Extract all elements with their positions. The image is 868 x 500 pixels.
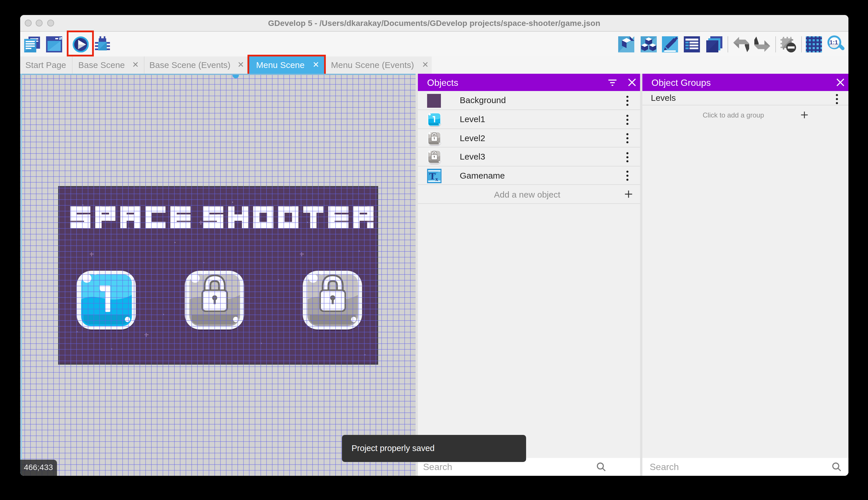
svg-text:1:1: 1:1 (830, 39, 838, 46)
svg-text:x: x (435, 175, 438, 182)
svg-text:T: T (429, 171, 435, 181)
